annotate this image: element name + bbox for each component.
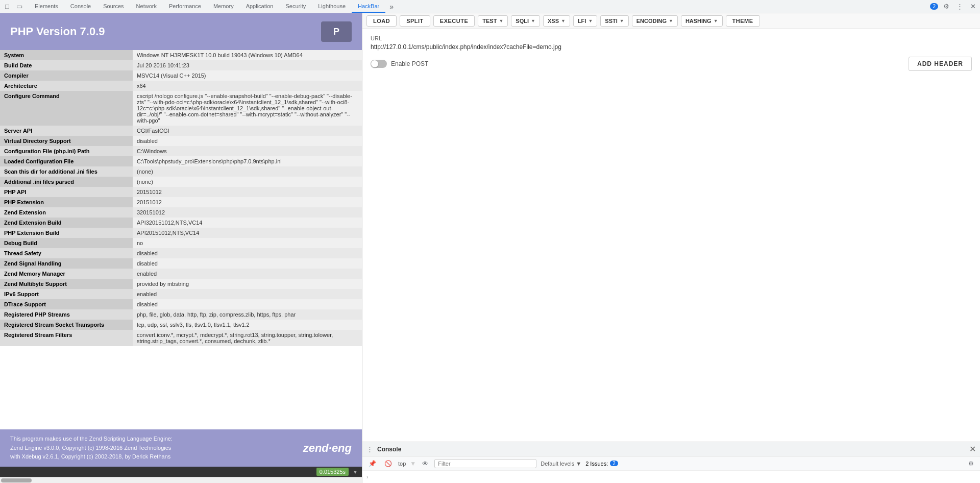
hackbar-content: URL http://127.0.0.1/cms/public/index.ph… (362, 29, 980, 442)
php-row-value: (none) (133, 166, 362, 177)
tab-memory[interactable]: Memory (207, 0, 240, 13)
php-row-value: API20151012,NTS,VC14 (133, 228, 362, 238)
tab-lighthouse[interactable]: Lighthouse (312, 0, 352, 13)
tab-console[interactable]: Console (64, 0, 97, 13)
php-row-value: tcp, udp, ssl, sslv3, tls, tlsv1.0, tlsv… (133, 320, 362, 330)
tab-sources[interactable]: Sources (97, 0, 130, 13)
php-row-key: PHP API (0, 187, 133, 197)
hackbar-url-value: http://127.0.0.1/cms/public/index.php/in… (371, 43, 972, 51)
hackbar-url-label: URL (371, 35, 972, 41)
tab-performance[interactable]: Performance (163, 0, 207, 13)
table-row: Thread Safetydisabled (0, 248, 362, 258)
table-row: Debug Buildno (0, 238, 362, 248)
hackbar-sqli-dropdown[interactable]: SQLI▼ (511, 15, 540, 27)
php-header: PHP Version 7.0.9 P (0, 13, 362, 50)
php-row-key: Zend Extension (0, 207, 133, 218)
hackbar-ssti-dropdown[interactable]: SSTI▼ (600, 15, 628, 27)
hackbar-test-dropdown[interactable]: TEST▼ (478, 15, 508, 27)
php-row-value: x64 (133, 81, 362, 91)
console-expand-arrow[interactable]: › (366, 474, 368, 480)
hackbar-lfi-dropdown[interactable]: LFI▼ (573, 15, 597, 27)
table-row: Architecturex64 (0, 81, 362, 91)
php-row-key: Thread Safety (0, 248, 133, 258)
hackbar-theme-button[interactable]: THEME (726, 15, 760, 27)
php-row-value: php, file, glob, data, http, ftp, zip, c… (133, 309, 362, 320)
php-row-key: PHP Extension Build (0, 228, 133, 238)
inspect-icon[interactable]: □ (2, 2, 12, 12)
more-options-icon[interactable]: ⋮ (954, 2, 965, 12)
tab-elements[interactable]: Elements (29, 0, 64, 13)
console-close-button[interactable]: ✕ (969, 444, 976, 454)
tab-network[interactable]: Network (130, 0, 163, 13)
php-row-value: 20151012 (133, 197, 362, 207)
main-layout: PHP Version 7.0.9 P SystemWindows NT H3R… (0, 13, 980, 483)
php-row-value: API320151012,NTS,VC14 (133, 218, 362, 228)
php-scrollbar-thumb[interactable] (1, 478, 32, 482)
php-row-key: DTrace Support (0, 299, 133, 309)
php-row-value: CGI/FastCGI (133, 126, 362, 136)
console-eye-icon[interactable]: 👁 (420, 459, 430, 468)
console-pin-icon[interactable]: 📌 (366, 459, 378, 468)
php-row-key: Zend Extension Build (0, 218, 133, 228)
enable-post-toggle[interactable] (371, 60, 387, 68)
hackbar-encoding-dropdown[interactable]: ENCODING▼ (632, 15, 678, 27)
hackbar-split-button[interactable]: SPLIT (400, 15, 430, 27)
php-row-value: disabled (133, 136, 362, 146)
device-icon[interactable]: ▭ (14, 2, 24, 12)
console-drag-icon[interactable]: ⋮ (366, 445, 373, 453)
console-issues-badge: 2 (610, 461, 618, 466)
hackbar-panel: LOAD SPLIT EXECUTE TEST▼ SQLI▼ XSS▼ LFI▼… (362, 13, 980, 483)
console-clear-icon[interactable]: 🚫 (382, 459, 394, 468)
more-tabs-icon[interactable]: » (385, 3, 398, 11)
devtools-topbar-right: 2 ⚙ ⋮ ✕ (930, 2, 978, 12)
php-row-value: no (133, 238, 362, 248)
console-expand-row: › (362, 471, 980, 483)
table-row: Registered Stream Filtersconvert.iconv.*… (0, 330, 362, 346)
add-header-button[interactable]: ADD HEADER (909, 57, 972, 71)
hackbar-execute-button[interactable]: EXECUTE (433, 15, 475, 27)
php-footer: This program makes use of the Zend Scrip… (0, 429, 362, 467)
hackbar-url-section: URL http://127.0.0.1/cms/public/index.ph… (371, 35, 972, 51)
php-row-key: System (0, 50, 133, 60)
php-table-container: SystemWindows NT H3RMESK1T 10.0 build 19… (0, 50, 362, 429)
php-row-value: (none) (133, 177, 362, 187)
hackbar-hashing-dropdown[interactable]: HASHING▼ (681, 15, 723, 27)
hackbar-xss-dropdown[interactable]: XSS▼ (543, 15, 570, 27)
zend-logo: zend·eng (303, 442, 352, 455)
table-row: Scan this dir for additional .ini files(… (0, 166, 362, 177)
tab-hackbar[interactable]: HackBar (352, 0, 385, 13)
php-row-key: Debug Build (0, 238, 133, 248)
console-issues: 2 Issues: 2 (585, 461, 618, 467)
settings-icon[interactable]: ⚙ (941, 2, 951, 12)
table-row: IPv6 Supportenabled (0, 289, 362, 299)
php-row-value: 320151012 (133, 207, 362, 218)
table-row: PHP API20151012 (0, 187, 362, 197)
php-row-value: 20151012 (133, 187, 362, 197)
hackbar-load-button[interactable]: LOAD (366, 15, 397, 27)
php-scrollbar[interactable] (0, 477, 362, 483)
php-row-key: Configure Command (0, 91, 133, 126)
enable-post-toggle-container: Enable POST (371, 60, 428, 68)
table-row: Zend Signal Handlingdisabled (0, 258, 362, 269)
php-row-key: Server API (0, 126, 133, 136)
php-row-key: Scan this dir for additional .ini files (0, 166, 133, 177)
php-row-key: Zend Memory Manager (0, 269, 133, 279)
php-row-value: disabled (133, 258, 362, 269)
close-devtools-icon[interactable]: ✕ (968, 2, 978, 12)
console-level-label: Default levels ▼ (541, 461, 581, 467)
php-footer-text: This program makes use of the Zend Scrip… (10, 434, 173, 462)
php-row-key: Registered PHP Streams (0, 309, 133, 320)
tab-application[interactable]: Application (240, 0, 280, 13)
php-row-value: enabled (133, 289, 362, 299)
devtools-topbar: □ ▭ Elements Console Sources Network Per… (0, 0, 980, 13)
php-row-value: Windows NT H3RMESK1T 10.0 build 19043 (W… (133, 50, 362, 60)
table-row: CompilerMSVC14 (Visual C++ 2015) (0, 70, 362, 81)
console-filter-input[interactable] (434, 459, 536, 468)
console-settings-icon[interactable]: ⚙ (966, 459, 976, 468)
php-row-value: C:\Windows (133, 146, 362, 156)
php-row-value: disabled (133, 299, 362, 309)
console-toolbar: 📌 🚫 top ▼ 👁 Default levels ▼ 2 Issues: 2… (362, 456, 980, 471)
tab-security[interactable]: Security (279, 0, 312, 13)
php-row-value: enabled (133, 269, 362, 279)
php-row-key: Zend Multibyte Support (0, 279, 133, 289)
